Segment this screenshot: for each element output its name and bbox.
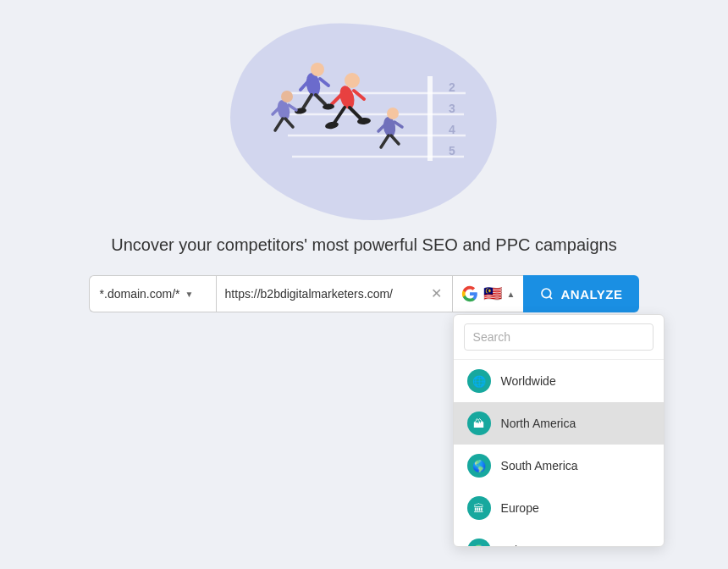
region-chevron-icon: ▲ [507, 290, 516, 299]
region-item-worldwide[interactable]: 🌐 Worldwide [454, 360, 664, 402]
region-item-south-america[interactable]: 🌎 South America [454, 445, 664, 487]
region-label-north-america: North America [501, 417, 576, 430]
region-label-europe: Europe [501, 501, 539, 515]
region-label-south-america: South America [501, 459, 578, 472]
svg-point-18 [311, 63, 324, 76]
south-america-icon: 🌎 [467, 454, 491, 478]
asia-icon: 🌏 [467, 539, 491, 546]
flag-icon: 🇲🇾 [483, 286, 502, 301]
svg-text:3: 3 [449, 102, 455, 115]
hero-illustration: 2 3 4 5 [220, 17, 508, 220]
svg-point-10 [345, 73, 360, 88]
region-dropdown: 🌐 Worldwide 🏔 North America 🌎 South Amer… [453, 314, 665, 547]
north-america-icon: 🏔 [467, 412, 491, 435]
region-label-asia: Asia [501, 544, 524, 546]
svg-text:5: 5 [449, 144, 455, 157]
chevron-down-icon: ▼ [185, 290, 206, 299]
svg-text:2: 2 [449, 80, 455, 94]
svg-line-38 [550, 296, 553, 299]
domain-select-value: *.domain.com/* [100, 287, 180, 301]
worldwide-icon: 🌐 [467, 369, 491, 393]
svg-point-37 [542, 289, 551, 298]
region-list: 🌐 Worldwide 🏔 North America 🌎 South Amer… [454, 360, 664, 546]
region-item-north-america[interactable]: 🏔 North America [454, 402, 664, 445]
blob-bg: 2 3 4 5 [220, 17, 508, 220]
url-input-wrap: ✕ [216, 275, 453, 312]
clear-url-button[interactable]: ✕ [429, 287, 444, 301]
region-label-worldwide: Worldwide [501, 374, 556, 388]
search-icon [540, 287, 554, 301]
url-input[interactable] [225, 287, 424, 301]
region-item-europe[interactable]: 🏛 Europe [454, 487, 664, 529]
svg-rect-8 [427, 76, 433, 161]
analyze-label: ANALYZE [560, 287, 622, 301]
region-item-asia[interactable]: 🌏 Asia [454, 529, 664, 546]
region-selector[interactable]: 🇲🇾 ▲ [453, 275, 524, 312]
svg-text:4: 4 [449, 123, 455, 136]
analyze-button[interactable]: ANALYZE [523, 275, 639, 312]
search-bar: *.domain.com/* ▼ ✕ 🇲🇾 ▲ ANALYZE [89, 275, 640, 312]
google-icon [461, 285, 478, 302]
svg-point-32 [387, 108, 399, 119]
dropdown-search-wrap [454, 315, 664, 360]
europe-icon: 🏛 [467, 496, 491, 520]
page-headline: Uncover your competitors' most powerful … [111, 235, 616, 255]
domain-select[interactable]: *.domain.com/* ▼ [89, 275, 216, 312]
svg-point-26 [281, 91, 293, 102]
region-search-input[interactable] [464, 323, 654, 351]
